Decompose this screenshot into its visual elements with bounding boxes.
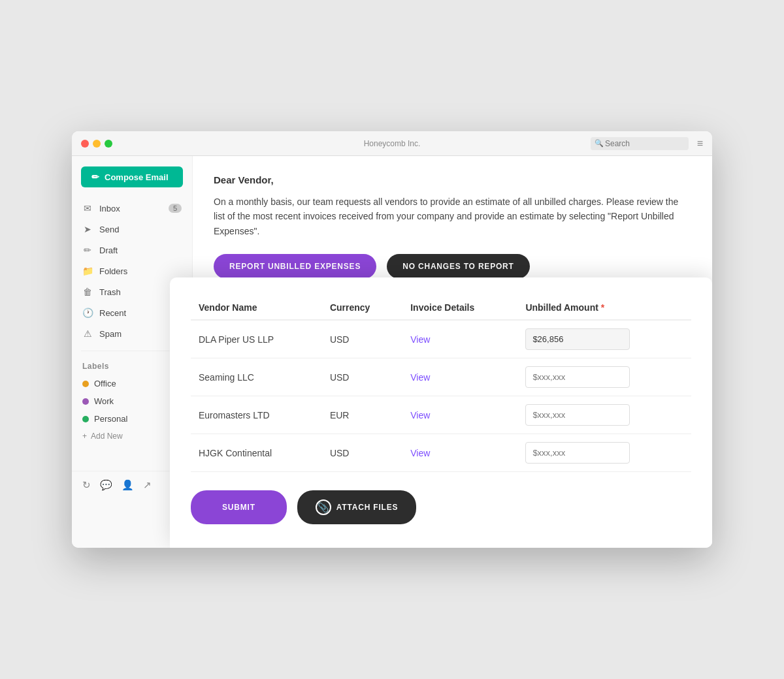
no-changes-button[interactable]: NO CHANGES TO REPORT <box>387 254 529 279</box>
inbox-icon: ✉ <box>82 203 93 213</box>
attach-label: ATTACH FILES <box>336 503 398 512</box>
app-window: Honeycomb Inc. 🔍 ≡ ✏ Compose Email ✉ Inb… <box>72 131 712 548</box>
search-container: 🔍 <box>591 137 689 150</box>
email-body: On a monthly basis, our team requests al… <box>214 195 691 238</box>
sidebar-item-label: Spam <box>99 329 122 339</box>
form-row2-view: View <box>402 358 517 396</box>
label-personal-text: Personal <box>94 414 127 424</box>
form-col-vendor: Vendor Name <box>191 296 322 320</box>
menu-icon[interactable]: ≡ <box>697 138 703 150</box>
trash-icon: 🗑 <box>82 287 93 297</box>
logout-icon[interactable]: ↗ <box>143 479 152 491</box>
sidebar-item-label: Inbox <box>99 204 120 213</box>
view-link-2[interactable]: View <box>410 372 430 383</box>
add-new-text: Add New <box>91 432 123 441</box>
form-row: HJGK Continental USD View <box>191 434 691 472</box>
maximize-dot[interactable] <box>105 140 112 148</box>
amount-input-3[interactable] <box>525 404 630 426</box>
titlebar: Honeycomb Inc. 🔍 ≡ <box>72 131 712 156</box>
draft-icon: ✏ <box>82 245 93 255</box>
view-link-1[interactable]: View <box>410 334 430 345</box>
sidebar-item-send[interactable]: ➤ Send <box>72 219 192 240</box>
inbox-badge: 5 <box>169 204 182 213</box>
form-actions: SUBMIT 📎 ATTACH FILES <box>191 490 691 524</box>
compose-label: Compose Email <box>105 172 169 182</box>
form-row2-currency: USD <box>322 358 402 396</box>
search-icon: 🔍 <box>595 139 604 148</box>
sidebar-item-draft[interactable]: ✏ Draft <box>72 240 192 261</box>
form-row3-view: View <box>402 396 517 434</box>
minimize-dot[interactable] <box>93 140 101 148</box>
submit-button[interactable]: SUBMIT <box>191 490 287 524</box>
form-row1-view: View <box>402 320 517 358</box>
email-greeting: Dear Vendor, <box>214 174 691 185</box>
sidebar-item-inbox[interactable]: ✉ Inbox 5 <box>72 198 192 219</box>
amount-input-2[interactable] <box>525 366 630 388</box>
paperclip-icon: 📎 <box>316 499 331 515</box>
form-row1-vendor: DLA Piper US LLP <box>191 320 322 358</box>
form-row2-vendor: Seaming LLC <box>191 358 322 396</box>
view-link-3[interactable]: View <box>410 410 430 420</box>
personal-dot <box>82 416 89 422</box>
form-row1-currency: USD <box>322 320 402 358</box>
window-controls <box>81 140 112 148</box>
sidebar-divider <box>81 351 183 351</box>
send-icon: ➤ <box>82 224 93 234</box>
user-icon[interactable]: 👤 <box>122 479 134 491</box>
sidebar-item-label: Folders <box>99 266 127 276</box>
work-dot <box>82 398 89 405</box>
form-row4-amount <box>517 434 691 472</box>
form-col-invoice: Invoice Details <box>402 296 517 320</box>
form-row3-amount <box>517 396 691 434</box>
form-row: Seaming LLC USD View <box>191 358 691 396</box>
office-dot <box>82 381 89 387</box>
compose-icon: ✏ <box>91 172 99 182</box>
form-col-currency: Currency <box>322 296 402 320</box>
report-unbilled-button[interactable]: REPORT UNBILLED EXPENSES <box>214 254 376 279</box>
search-input[interactable] <box>591 137 689 150</box>
spam-icon: ⚠ <box>82 328 93 339</box>
form-row: Euromasters LTD EUR View <box>191 396 691 434</box>
attach-files-button[interactable]: 📎 ATTACH FILES <box>297 490 416 524</box>
refresh-icon[interactable]: ↻ <box>82 479 91 491</box>
sidebar-item-label: Trash <box>99 287 121 297</box>
form-row4-vendor: HJGK Continental <box>191 434 322 472</box>
amount-input-1[interactable] <box>525 328 630 350</box>
label-office-text: Office <box>94 379 116 388</box>
folders-icon: 📁 <box>82 266 93 276</box>
compose-button[interactable]: ✏ Compose Email <box>81 166 183 187</box>
form-col-unbilled: Unbilled Amount <box>517 296 691 320</box>
action-buttons: REPORT UNBILLED EXPENSES NO CHANGES TO R… <box>214 254 691 279</box>
form-table: Vendor Name Currency Invoice Details Unb… <box>191 296 691 472</box>
form-row1-amount <box>517 320 691 358</box>
form-row: DLA Piper US LLP USD View <box>191 320 691 358</box>
sidebar-item-label: Recent <box>99 308 126 318</box>
amount-input-4[interactable] <box>525 442 630 464</box>
close-dot[interactable] <box>81 140 89 148</box>
plus-icon: + <box>82 432 87 441</box>
form-row3-vendor: Euromasters LTD <box>191 396 322 434</box>
view-link-4[interactable]: View <box>410 448 430 458</box>
report-form-card: Vendor Name Currency Invoice Details Unb… <box>170 277 712 548</box>
chat-icon[interactable]: 💬 <box>100 479 112 491</box>
form-row2-amount <box>517 358 691 396</box>
label-work-text: Work <box>94 396 114 406</box>
window-title: Honeycomb Inc. <box>364 139 421 148</box>
sidebar-item-label: Draft <box>99 245 118 255</box>
form-row4-view: View <box>402 434 517 472</box>
form-row4-currency: USD <box>322 434 402 472</box>
form-row3-currency: EUR <box>322 396 402 434</box>
recent-icon: 🕐 <box>82 308 93 318</box>
sidebar-item-label: Send <box>99 225 119 234</box>
